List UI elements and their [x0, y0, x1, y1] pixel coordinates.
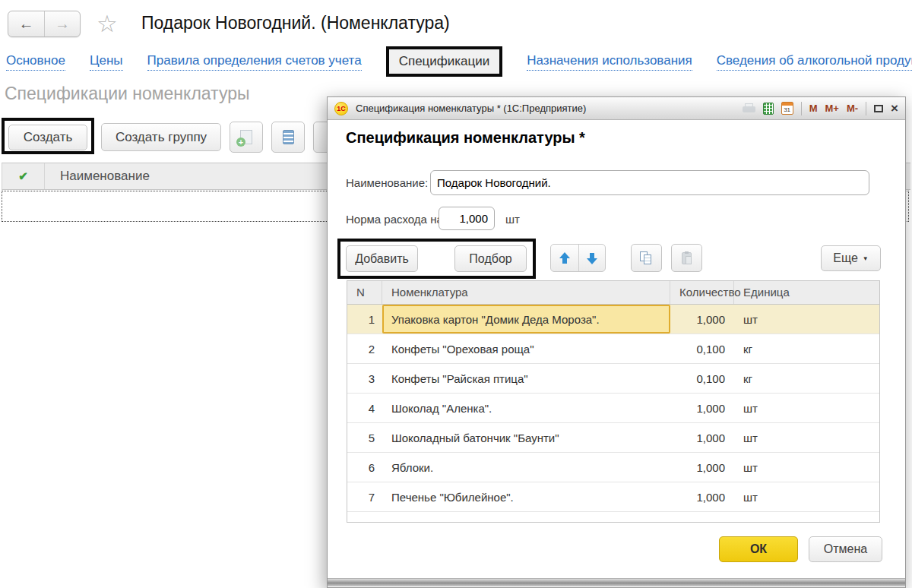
dialog-heading: Спецификация номенклатуры *	[346, 129, 585, 147]
table-row[interactable]: 2 Конфеты "Ореховая роща" 0,100 кг	[347, 334, 879, 364]
1c-logo-icon: 1С	[334, 102, 348, 115]
create-group-button[interactable]: Создать группу	[101, 123, 221, 151]
add-button[interactable]: Добавить	[346, 245, 418, 272]
row-quantity: 0,100	[670, 334, 734, 363]
back-button[interactable]: ←	[8, 11, 44, 36]
list-view-button[interactable]	[271, 122, 305, 153]
row-unit: шт	[734, 423, 879, 452]
move-down-button[interactable]	[578, 245, 606, 271]
row-unit: шт	[734, 482, 879, 511]
table-empty-space	[347, 512, 879, 522]
down-arrow-icon	[586, 252, 598, 264]
close-icon[interactable]: ×	[891, 103, 898, 114]
copy-icon	[640, 251, 654, 265]
nav-link-ceny[interactable]: Цены	[90, 53, 123, 71]
forward-button[interactable]: →	[44, 11, 80, 36]
print-icon[interactable]	[743, 103, 755, 114]
app-screen: ← → ☆ Подарок Новогодний. (Номенклатура)…	[0, 0, 912, 588]
name-input[interactable]	[430, 170, 869, 195]
list-icon	[283, 130, 294, 144]
row-number: 1	[347, 305, 382, 334]
row-unit: шт	[734, 453, 879, 482]
row-nomenclature: Конфеты "Ореховая роща"	[382, 334, 670, 363]
dialog-titlebar[interactable]: 1С Спецификация номенклатуры * (1С:Предп…	[328, 97, 905, 120]
paste-icon	[682, 252, 692, 264]
row-number: 3	[347, 364, 382, 393]
create-button[interactable]: Создать	[8, 125, 87, 150]
titlebar-icons: 31 М М+ М- ×	[743, 102, 898, 115]
row-number: 6	[347, 453, 382, 482]
table-row[interactable]: 1 Упаковка картон "Домик Деда Мороза". 1…	[347, 305, 879, 334]
row-nomenclature-cell-selected: Упаковка картон "Домик Деда Мороза".	[382, 305, 670, 334]
row-number: 2	[347, 334, 382, 363]
row-quantity: 1,000	[670, 482, 734, 511]
paste-rows-button[interactable]	[671, 244, 702, 272]
row-quantity: 0,100	[670, 364, 734, 393]
row-number: 5	[347, 423, 382, 452]
maximize-icon[interactable]	[874, 105, 883, 112]
norm-unit-label: шт	[505, 213, 520, 226]
move-row-buttons	[550, 244, 606, 272]
memory-m-plus-button[interactable]: М+	[825, 103, 838, 114]
specification-items-table: N Номенклатура Количество Единица 1 Упак…	[347, 280, 880, 523]
history-nav-group: ← →	[8, 11, 81, 37]
more-button[interactable]: Еще ▼	[821, 245, 881, 271]
column-header-quantity[interactable]: Количество	[670, 281, 734, 304]
table-row[interactable]: 4 Шоколад "Аленка". 1,000 шт	[347, 394, 879, 423]
row-number: 4	[347, 394, 382, 422]
up-arrow-icon	[559, 252, 571, 264]
calculator-icon[interactable]	[763, 103, 774, 115]
table-row[interactable]: 7 Печенье "Юбилейное". 1,000 шт	[347, 482, 879, 512]
row-quantity: 1,000	[670, 453, 734, 482]
row-unit: шт	[734, 394, 879, 422]
cancel-button[interactable]: Отмена	[809, 536, 882, 562]
forward-arrow-icon: →	[55, 15, 70, 33]
calendar-day: 31	[782, 106, 793, 113]
row-nomenclature: Шоколадный батончик "Баунти"	[382, 423, 670, 452]
pick-button[interactable]: Подбор	[454, 245, 527, 272]
row-nomenclature: Печенье "Юбилейное".	[382, 482, 670, 511]
row-unit: шт	[734, 305, 879, 334]
nav-bar: Основное Цены Правила определения счетов…	[6, 44, 912, 79]
dialog-titlebar-text: Спецификация номенклатуры * (1С:Предприя…	[354, 103, 736, 114]
nav-link-svedeniya-alkogol[interactable]: Сведения об алкогольной продук	[717, 53, 912, 71]
row-unit: кг	[734, 334, 879, 363]
column-header-nomenclature[interactable]: Номенклатура	[382, 281, 670, 304]
copy-rows-button[interactable]	[631, 244, 662, 272]
document-plus-icon: +	[240, 130, 252, 144]
nav-link-osnovnoe[interactable]: Основное	[6, 53, 65, 71]
row-quantity: 1,000	[670, 423, 734, 452]
row-quantity: 1,000	[670, 305, 734, 334]
dialog-bottom-frame	[328, 578, 905, 586]
favorite-star-icon[interactable]: ☆	[97, 10, 118, 38]
move-up-button[interactable]	[551, 245, 578, 271]
ok-button[interactable]: ОК	[719, 536, 798, 562]
specification-dialog: 1С Спецификация номенклатуры * (1С:Предп…	[327, 96, 906, 588]
calendar-icon[interactable]: 31	[781, 102, 793, 115]
check-column-header[interactable]: ✔	[2, 163, 45, 189]
table-row[interactable]: 6 Яблоки. 1,000 шт	[347, 453, 879, 482]
column-header-unit[interactable]: Единица	[734, 281, 879, 304]
row-number: 7	[347, 482, 382, 511]
memory-m-button[interactable]: М	[809, 103, 818, 114]
nav-link-pravila[interactable]: Правила определения счетов учета	[147, 53, 362, 71]
row-quantity: 1,000	[670, 394, 734, 422]
back-arrow-icon: ←	[19, 15, 34, 33]
page-title: Подарок Новогодний. (Номенклатура)	[141, 13, 450, 33]
copy-item-button[interactable]: +	[230, 122, 263, 153]
table-row[interactable]: 3 Конфеты "Райская птица" 0,100 кг	[347, 364, 879, 394]
nav-tab-specifikacii-active[interactable]: Спецификации	[386, 46, 503, 77]
nav-link-naznacheniya[interactable]: Назначения использования	[527, 53, 692, 71]
section-title: Спецификации номенклатуры	[5, 84, 249, 104]
norm-field-label: Норма расхода на	[346, 213, 443, 226]
row-nomenclature: Яблоки.	[382, 453, 670, 482]
norm-input[interactable]	[439, 207, 495, 230]
column-header-n[interactable]: N	[347, 281, 382, 304]
titlebar-separator	[866, 102, 866, 115]
row-nomenclature: Шоколад "Аленка".	[382, 394, 670, 422]
titlebar-separator	[801, 102, 802, 115]
row-nomenclature: Конфеты "Райская птица"	[382, 364, 670, 393]
check-icon: ✔	[18, 169, 28, 183]
table-row[interactable]: 5 Шоколадный батончик "Баунти" 1,000 шт	[347, 423, 879, 453]
memory-m-minus-button[interactable]: М-	[847, 103, 858, 114]
